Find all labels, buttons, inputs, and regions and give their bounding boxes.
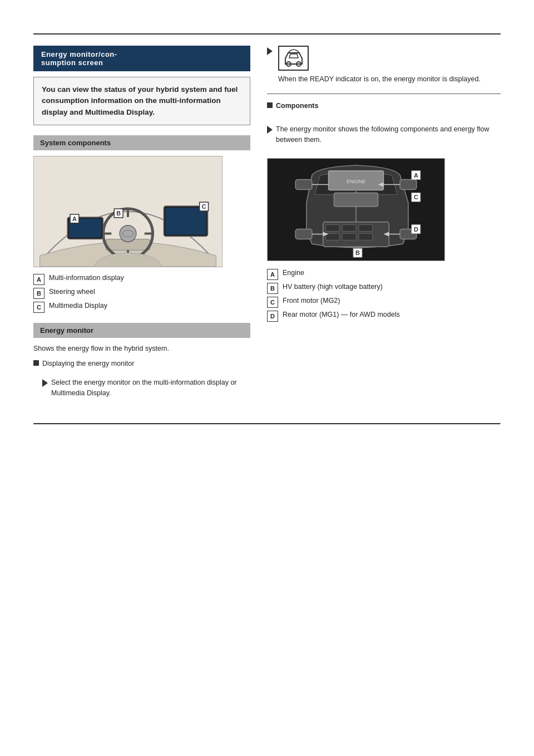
powertrain-badge-b: B bbox=[267, 283, 278, 294]
energy-monitor-label: Energy monitor bbox=[40, 326, 93, 335]
svg-rect-24 bbox=[400, 179, 417, 189]
svg-rect-34 bbox=[326, 233, 340, 240]
badge-row-a: A Multi-information display bbox=[33, 274, 250, 285]
svg-rect-35 bbox=[342, 233, 356, 240]
bullet-text-1: Displaying the energy monitor bbox=[42, 359, 134, 369]
energy-monitor-header: Energy monitor bbox=[33, 323, 250, 338]
info-box: You can view the status of your hybrid s… bbox=[33, 77, 250, 125]
bullet-select: Select the energy monitor on the multi-i… bbox=[33, 377, 250, 404]
svg-rect-31 bbox=[326, 224, 340, 231]
left-column: Energy monitor/con- sumption screen You … bbox=[33, 46, 250, 406]
right-arrow-item-1: When the READY indicator is on, the ener… bbox=[267, 46, 501, 85]
badge-b: B bbox=[33, 288, 44, 299]
page-container: Energy monitor/con- sumption screen You … bbox=[0, 33, 534, 756]
svg-rect-36 bbox=[359, 233, 373, 240]
svg-text:A: A bbox=[72, 215, 77, 222]
powertrain-badge-d: D bbox=[267, 311, 278, 322]
powertrain-badge-a: A bbox=[267, 269, 278, 280]
powertrain-badge-list: A Engine B HV battery (high voltage batt… bbox=[267, 269, 501, 322]
energy-monitor-intro: Shows the energy flow in the hybrid syst… bbox=[33, 343, 250, 354]
powertrain-badge-row-a: A Engine bbox=[267, 269, 501, 280]
right-text-1: When the READY indicator is on, the ener… bbox=[278, 74, 481, 85]
svg-text:C: C bbox=[414, 194, 418, 200]
svg-rect-32 bbox=[342, 224, 356, 231]
top-rule bbox=[33, 33, 501, 35]
car-interior-illustration: A B C bbox=[33, 156, 222, 267]
badge-a-text: Multi-information display bbox=[49, 274, 124, 282]
powertrain-badge-a-text: Engine bbox=[283, 269, 304, 277]
badge-row-b: B Steering wheel bbox=[33, 288, 250, 299]
powertrain-badge-c: C bbox=[267, 297, 278, 308]
badge-b-text: Steering wheel bbox=[49, 288, 95, 296]
system-components-label: System components bbox=[40, 139, 111, 147]
svg-text:B: B bbox=[116, 210, 121, 217]
arrow-icon-right-1 bbox=[267, 47, 273, 55]
powertrain-badge-d-text: Rear motor (MG1) — for AWD models bbox=[283, 311, 400, 318]
section-header: Energy monitor/con- sumption screen bbox=[33, 46, 250, 71]
right-column: When the READY indicator is on, the ener… bbox=[267, 46, 501, 406]
powertrain-badge-c-text: Front motor (MG2) bbox=[283, 297, 340, 305]
svg-text:D: D bbox=[414, 225, 418, 232]
bullet-text-components: Components bbox=[276, 101, 318, 111]
svg-text:ENGINE: ENGINE bbox=[347, 178, 365, 184]
svg-text:A: A bbox=[414, 171, 418, 178]
svg-rect-12 bbox=[165, 208, 206, 235]
badge-row-c: C Multimedia Display bbox=[33, 302, 250, 313]
content-area: Energy monitor/con- sumption screen You … bbox=[0, 46, 534, 406]
arrow-icon-left bbox=[42, 379, 48, 387]
badge-c-text: Multimedia Display bbox=[49, 302, 107, 310]
powertrain-badge-b-text: HV battery (high voltage battery) bbox=[283, 283, 383, 291]
badge-a: A bbox=[33, 274, 44, 285]
badge-c: C bbox=[33, 302, 44, 313]
divider-line-1 bbox=[267, 94, 501, 94]
powertrain-badge-row-d: D Rear motor (MG1) — for AWD models bbox=[267, 311, 501, 322]
right-arrow-item-2: The energy monitor shows the following c… bbox=[267, 124, 501, 146]
black-square-icon-2 bbox=[267, 102, 273, 108]
svg-text:B: B bbox=[355, 249, 360, 256]
section-header-line1: Energy monitor/con- bbox=[41, 50, 117, 58]
powertrain-badge-row-b: B HV battery (high voltage battery) bbox=[267, 283, 501, 294]
svg-text:C: C bbox=[202, 203, 206, 210]
car-icon-box bbox=[278, 46, 309, 71]
page-number-area bbox=[0, 425, 534, 431]
section-header-line2: sumption screen bbox=[41, 58, 103, 67]
powertrain-badge-row-c: C Front motor (MG2) bbox=[267, 297, 501, 308]
svg-rect-33 bbox=[359, 224, 373, 231]
black-square-icon-1 bbox=[33, 360, 39, 366]
svg-rect-25 bbox=[295, 229, 312, 239]
powertrain-illustration: ENGINE bbox=[267, 158, 445, 261]
arrow-icon-right-2 bbox=[267, 126, 273, 134]
bullet-displaying: Displaying the energy monitor bbox=[33, 359, 250, 374]
bullet-text-select: Select the energy monitor on the multi-i… bbox=[51, 377, 250, 399]
energy-monitor-section: Shows the energy flow in the hybrid syst… bbox=[33, 343, 250, 404]
svg-rect-37 bbox=[334, 193, 378, 207]
bullet-components: Components bbox=[267, 101, 501, 111]
right-text-2: The energy monitor shows the following c… bbox=[276, 124, 501, 146]
info-box-text: You can view the status of your hybrid s… bbox=[42, 85, 238, 116]
system-components-header: System components bbox=[33, 135, 250, 150]
svg-rect-23 bbox=[295, 179, 312, 189]
badge-list-abc: A Multi-information display B Steering w… bbox=[33, 274, 250, 313]
